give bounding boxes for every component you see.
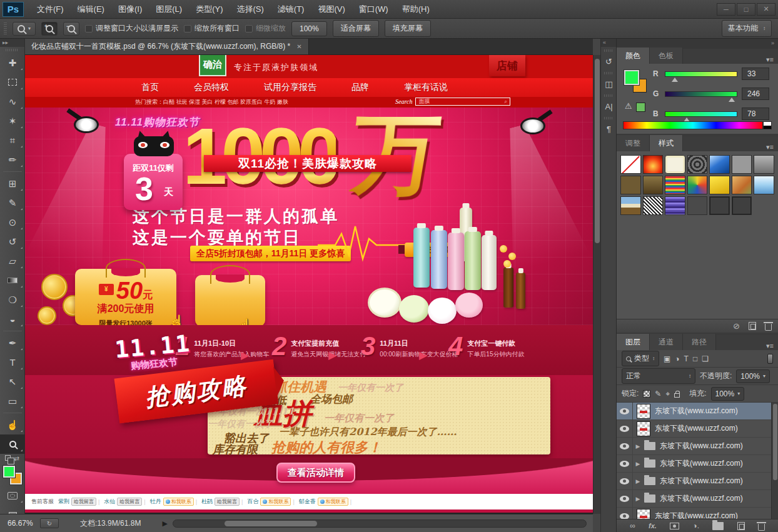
horizontal-scrollbar[interactable] — [173, 519, 587, 528]
layer-thumbnail[interactable] — [637, 421, 650, 436]
move-tool[interactable]: ✚ — [0, 53, 25, 73]
close-button[interactable]: ✕ — [757, 3, 775, 16]
separator[interactable] — [0, 329, 25, 333]
style-swatch[interactable] — [732, 176, 752, 194]
style-swatch[interactable] — [687, 196, 708, 215]
brush-tool[interactable]: ✎ — [0, 193, 25, 213]
blur-tool[interactable]: ❍ — [0, 290, 25, 309]
foreground-color-swatch[interactable] — [624, 70, 639, 85]
zoom-tool-preset[interactable]: ▾ — [13, 22, 36, 36]
lasso-tool[interactable]: ∿ — [0, 92, 25, 111]
filter-pixel-icon[interactable]: ▣ — [664, 354, 670, 363]
tab-close-icon[interactable]: ✕ — [296, 43, 301, 50]
path-selection-tool[interactable]: ↖ — [0, 372, 25, 391]
document-tab[interactable]: 化妆品店铺双十一首页模板.psd @ 66.7% (东坡下载(www.uzzf.… — [25, 39, 309, 54]
style-swatch[interactable] — [665, 196, 685, 215]
history-panel-icon[interactable]: ↺ — [601, 53, 617, 69]
gamut-color-swatch[interactable] — [636, 103, 645, 112]
style-swatch[interactable] — [643, 176, 664, 194]
new-layer-button[interactable] — [737, 522, 745, 530]
new-style-button[interactable] — [749, 322, 756, 330]
style-swatch[interactable] — [732, 196, 752, 215]
history-brush-tool[interactable]: ↺ — [0, 232, 25, 251]
foreground-color-swatch[interactable] — [3, 466, 15, 478]
group-expand-icon[interactable]: ▶ — [633, 478, 643, 484]
zoom-all-windows-checkbox[interactable]: 缩放所有窗口 — [184, 23, 240, 34]
contact-badge[interactable]: 给我留言 — [215, 498, 240, 506]
layer-name[interactable]: 东坡下载(www.uzzf.com) — [655, 423, 738, 434]
visibility-toggle[interactable] — [617, 473, 633, 489]
service-contact[interactable]: 紫荆 给我留言 | — [58, 498, 99, 506]
properties-panel-icon[interactable]: ◫ — [601, 76, 617, 92]
paragraph-panel-icon[interactable]: ¶ — [601, 121, 617, 137]
style-swatch[interactable] — [665, 155, 685, 174]
zoom-out-button[interactable]: − — [63, 22, 79, 36]
filter-type-icon[interactable]: T — [684, 354, 689, 363]
spot-healing-brush-tool[interactable]: ⊞ — [0, 174, 25, 193]
expand-panels-button[interactable]: « — [601, 39, 616, 47]
delete-style-button[interactable] — [765, 324, 772, 331]
contact-badge[interactable]: 给我留言 — [117, 498, 142, 506]
contact-badge[interactable]: 和我联系 — [260, 498, 291, 506]
dodge-tool[interactable]: ◒ — [0, 309, 25, 329]
style-swatch[interactable] — [709, 176, 730, 194]
visibility-toggle[interactable] — [617, 403, 633, 419]
contact-badge[interactable]: 和我联系 — [318, 498, 348, 506]
menu-item[interactable]: 图层(L) — [149, 0, 189, 19]
vertical-scrollbar[interactable] — [593, 55, 600, 514]
fill-screen-button[interactable]: 填充屏幕 — [385, 20, 431, 37]
visibility-toggle[interactable] — [617, 420, 633, 437]
group-expand-icon[interactable]: ▶ — [633, 443, 643, 449]
tab-channels[interactable]: 通道 — [650, 334, 683, 350]
blue-slider[interactable] — [665, 111, 737, 117]
menu-item[interactable]: 编辑(E) — [71, 0, 111, 19]
resize-windows-checkbox[interactable]: 调整窗口大小以满屏显示 — [85, 23, 178, 34]
tab-swatches[interactable]: 色板 — [650, 48, 683, 64]
menu-item[interactable]: 滤镜(T) — [271, 0, 311, 19]
filter-shape-icon[interactable]: □ — [693, 354, 697, 363]
hand-tool[interactable]: ☝ — [0, 415, 25, 434]
lock-all-icon[interactable] — [674, 393, 680, 398]
panel-menu-icon[interactable]: ▾≡ — [762, 143, 778, 151]
delete-layer-button[interactable] — [758, 524, 765, 531]
swap-colors-icon[interactable]: ⇄ — [0, 454, 24, 463]
green-value-field[interactable]: 246 — [742, 88, 769, 100]
fit-screen-button[interactable]: 适合屏幕 — [333, 20, 379, 37]
red-value-field[interactable]: 33 — [742, 68, 769, 80]
menu-item[interactable]: 选择(S) — [230, 0, 270, 19]
layer-thumbnail[interactable] — [637, 509, 650, 519]
tools-collapse-button[interactable]: ▸▸ — [0, 39, 24, 47]
service-contact[interactable]: 杜鹃 给我留言 | — [201, 498, 243, 506]
color-spectrum-bar[interactable] — [623, 121, 763, 129]
blend-mode-select[interactable]: 正常↕ — [622, 368, 695, 384]
visibility-toggle[interactable] — [617, 455, 633, 472]
pen-tool[interactable]: ✒ — [0, 333, 25, 353]
spectrum-bw-swatches[interactable] — [763, 121, 772, 129]
tab-color[interactable]: 颜色 — [617, 48, 650, 64]
crop-tool[interactable]: ⌗ — [0, 131, 25, 150]
vertical-scrollbar-thumb[interactable] — [595, 59, 600, 243]
layer-name[interactable]: 东坡下载(www.uzzf.com) — [655, 406, 738, 416]
gamut-warning-icon[interactable]: ⚠ — [625, 101, 632, 111]
style-swatch[interactable] — [732, 155, 752, 174]
service-contact[interactable]: 百合 和我联系 | — [247, 498, 294, 506]
visibility-toggle[interactable] — [617, 438, 633, 454]
clear-style-button[interactable]: ⊘ — [733, 321, 740, 331]
add-mask-button[interactable] — [670, 523, 679, 529]
maximize-button[interactable]: □ — [737, 3, 755, 16]
menu-item[interactable]: 类型(Y) — [189, 0, 230, 19]
status-chip-icon[interactable]: ↻ — [40, 518, 59, 528]
panel-menu-icon[interactable]: ▾≡ — [762, 342, 778, 350]
coupon-blank[interactable] — [195, 275, 265, 325]
quick-mask-button[interactable] — [0, 486, 25, 505]
style-swatch[interactable] — [709, 155, 730, 174]
separator[interactable] — [0, 169, 25, 174]
group-expand-icon[interactable]: ▶ — [633, 461, 643, 467]
gradient-tool[interactable] — [0, 271, 25, 290]
zoom-tool[interactable] — [0, 434, 25, 454]
style-swatch[interactable] — [620, 176, 641, 194]
layer-row[interactable]: ▶ 东坡下载(www.uzzf.com) — [617, 473, 778, 490]
style-swatch[interactable] — [643, 196, 664, 215]
style-swatch[interactable] — [754, 155, 774, 174]
layer-list-scrollbar[interactable] — [771, 403, 778, 519]
